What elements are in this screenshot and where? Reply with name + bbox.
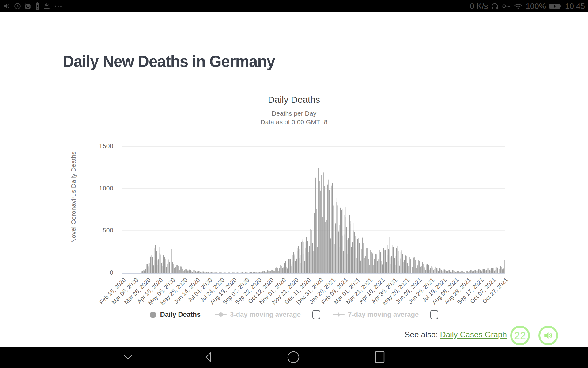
- bar: [497, 268, 497, 273]
- bar: [454, 271, 454, 273]
- legend-item-3day-avg[interactable]: 3-day moving average: [215, 311, 301, 319]
- legend-item-daily-deaths[interactable]: Daily Deaths: [150, 311, 201, 319]
- bar: [314, 237, 314, 273]
- bar: [149, 266, 149, 273]
- bar: [485, 270, 486, 273]
- bar: [474, 270, 475, 273]
- bar: [277, 268, 278, 273]
- daily-cases-graph-link[interactable]: Daily Cases Graph: [440, 330, 507, 339]
- bar: [405, 255, 405, 273]
- bar: [376, 254, 377, 273]
- bar: [311, 230, 312, 273]
- bar-plot-area[interactable]: [123, 132, 506, 276]
- bar: [282, 268, 283, 273]
- y-tick-label: 1500: [89, 142, 113, 150]
- bar: [425, 270, 426, 273]
- status-bar: 0 K/s 100%: [0, 0, 588, 12]
- daily-deaths-chart: Daily Deaths Deaths per Day Data as of 0…: [0, 12, 588, 347]
- bar: [280, 265, 281, 273]
- bar: [246, 272, 247, 273]
- bar: [264, 271, 264, 273]
- bar: [469, 272, 469, 273]
- bar: [158, 265, 158, 273]
- bar: [454, 271, 455, 273]
- bar: [386, 258, 386, 273]
- see-also-label: See also:: [405, 330, 438, 339]
- bar: [315, 178, 316, 273]
- bar: [147, 264, 148, 273]
- bar: [171, 249, 172, 273]
- bar: [262, 272, 262, 273]
- hide-nav-icon[interactable]: [123, 355, 133, 361]
- bar: [367, 245, 367, 273]
- bar: [161, 263, 162, 273]
- line-circle-marker-icon: [215, 312, 227, 317]
- bar: [357, 245, 357, 273]
- bar: [383, 248, 384, 273]
- bar: [370, 257, 370, 273]
- bar: [287, 268, 288, 273]
- bar: [364, 258, 365, 273]
- bar: [360, 261, 361, 273]
- bar: [398, 249, 398, 273]
- bar: [289, 259, 290, 273]
- bar: [363, 243, 364, 273]
- bar: [200, 271, 200, 273]
- bar: [438, 270, 438, 273]
- bar: [352, 253, 352, 273]
- bar: [272, 270, 273, 273]
- bar: [304, 254, 304, 273]
- notification-badge[interactable]: 22: [510, 326, 530, 345]
- bar: [490, 271, 491, 273]
- see-also: See also: Daily Cases Graph: [405, 330, 507, 339]
- bar: [198, 271, 199, 273]
- bar: [288, 264, 288, 273]
- bar: [471, 270, 472, 273]
- bar: [333, 206, 334, 273]
- bar: [463, 272, 464, 273]
- bar: [492, 268, 493, 273]
- bar: [353, 231, 354, 273]
- bar: [342, 209, 343, 273]
- three-day-checkbox[interactable]: [312, 310, 320, 319]
- bar: [304, 261, 305, 273]
- bar: [293, 252, 294, 273]
- bar: [312, 231, 312, 273]
- speaker-button[interactable]: [538, 326, 558, 345]
- bar: [421, 266, 422, 273]
- bar: [447, 271, 448, 273]
- bar: [423, 263, 423, 273]
- bar: [292, 262, 293, 273]
- bar: [317, 247, 318, 273]
- bar: [297, 251, 298, 273]
- bar: [290, 259, 290, 273]
- bar: [486, 271, 486, 273]
- bar: [178, 266, 179, 273]
- bar: [489, 268, 489, 273]
- home-icon[interactable]: [287, 351, 300, 365]
- recents-icon[interactable]: [375, 351, 385, 365]
- bar: [410, 255, 410, 273]
- seven-day-checkbox[interactable]: [430, 310, 438, 319]
- bar: [453, 270, 454, 273]
- bar: [354, 223, 354, 273]
- bar: [386, 262, 387, 273]
- legend-item-7day-avg[interactable]: 7-day moving average: [333, 311, 419, 319]
- bar: [459, 272, 460, 273]
- bar: [390, 237, 390, 273]
- bar: [435, 267, 436, 273]
- bar: [309, 246, 310, 273]
- back-icon[interactable]: [204, 351, 213, 364]
- bar: [496, 267, 497, 273]
- bar: [375, 254, 376, 273]
- bar: [391, 264, 391, 273]
- bar: [152, 255, 152, 273]
- bar: [328, 179, 328, 273]
- bar: [420, 264, 420, 273]
- bar: [194, 270, 194, 273]
- bar: [474, 270, 474, 273]
- bar: [286, 267, 287, 273]
- bar: [204, 272, 205, 273]
- bar: [315, 210, 315, 273]
- bar: [478, 269, 479, 273]
